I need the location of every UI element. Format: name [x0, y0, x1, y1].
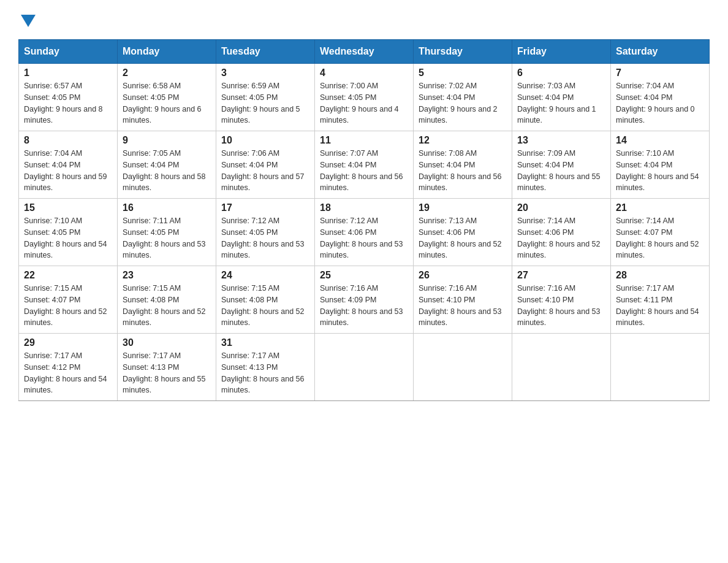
day-info: Sunrise: 7:06 AMSunset: 4:04 PMDaylight:… [221, 148, 309, 194]
day-info: Sunrise: 6:58 AMSunset: 4:05 PMDaylight:… [123, 80, 211, 126]
calendar-cell [611, 334, 710, 401]
calendar-cell: 1 Sunrise: 6:57 AMSunset: 4:05 PMDayligh… [19, 64, 118, 131]
day-info: Sunrise: 7:12 AMSunset: 4:05 PMDaylight:… [221, 215, 309, 261]
logo [18, 12, 36, 27]
day-info: Sunrise: 6:57 AMSunset: 4:05 PMDaylight:… [24, 80, 112, 126]
day-info: Sunrise: 7:15 AMSunset: 4:07 PMDaylight:… [24, 283, 112, 329]
calendar-cell: 25 Sunrise: 7:16 AMSunset: 4:09 PMDaylig… [315, 266, 414, 334]
weekday-header-saturday: Saturday [611, 40, 710, 64]
calendar-cell: 29 Sunrise: 7:17 AMSunset: 4:12 PMDaylig… [19, 334, 118, 401]
calendar-week-row: 15 Sunrise: 7:10 AMSunset: 4:05 PMDaylig… [19, 199, 710, 266]
day-number: 24 [221, 270, 309, 281]
calendar-week-row: 29 Sunrise: 7:17 AMSunset: 4:12 PMDaylig… [19, 334, 710, 401]
calendar-cell: 16 Sunrise: 7:11 AMSunset: 4:05 PMDaylig… [118, 199, 216, 266]
day-number: 11 [320, 135, 408, 146]
day-number: 27 [517, 270, 605, 281]
calendar-cell: 6 Sunrise: 7:03 AMSunset: 4:04 PMDayligh… [512, 64, 611, 131]
day-info: Sunrise: 7:03 AMSunset: 4:04 PMDaylight:… [517, 80, 605, 126]
day-info: Sunrise: 6:59 AMSunset: 4:05 PMDaylight:… [221, 80, 309, 126]
day-info: Sunrise: 7:05 AMSunset: 4:04 PMDaylight:… [123, 148, 211, 194]
calendar-cell: 23 Sunrise: 7:15 AMSunset: 4:08 PMDaylig… [118, 266, 216, 334]
calendar-cell: 24 Sunrise: 7:15 AMSunset: 4:08 PMDaylig… [216, 266, 315, 334]
day-info: Sunrise: 7:10 AMSunset: 4:04 PMDaylight:… [616, 148, 704, 194]
calendar-cell: 15 Sunrise: 7:10 AMSunset: 4:05 PMDaylig… [19, 199, 118, 266]
calendar-table: SundayMondayTuesdayWednesdayThursdayFrid… [18, 39, 710, 401]
calendar-cell: 11 Sunrise: 7:07 AMSunset: 4:04 PMDaylig… [315, 131, 414, 199]
day-info: Sunrise: 7:14 AMSunset: 4:06 PMDaylight:… [517, 215, 605, 261]
calendar-cell: 13 Sunrise: 7:09 AMSunset: 4:04 PMDaylig… [512, 131, 611, 199]
day-number: 2 [123, 67, 211, 79]
day-info: Sunrise: 7:04 AMSunset: 4:04 PMDaylight:… [24, 148, 112, 194]
page-header [18, 12, 710, 27]
day-number: 4 [320, 67, 408, 79]
day-info: Sunrise: 7:15 AMSunset: 4:08 PMDaylight:… [221, 283, 309, 329]
weekday-header-sunday: Sunday [19, 40, 118, 64]
day-number: 17 [221, 202, 309, 213]
weekday-header-thursday: Thursday [414, 40, 512, 64]
day-number: 28 [616, 270, 704, 281]
calendar-cell: 7 Sunrise: 7:04 AMSunset: 4:04 PMDayligh… [611, 64, 710, 131]
weekday-header-friday: Friday [512, 40, 611, 64]
day-number: 20 [517, 202, 605, 213]
calendar-cell: 5 Sunrise: 7:02 AMSunset: 4:04 PMDayligh… [414, 64, 512, 131]
calendar-cell: 20 Sunrise: 7:14 AMSunset: 4:06 PMDaylig… [512, 199, 611, 266]
day-number: 7 [616, 67, 704, 79]
day-number: 18 [320, 202, 408, 213]
calendar-cell: 9 Sunrise: 7:05 AMSunset: 4:04 PMDayligh… [118, 131, 216, 199]
day-info: Sunrise: 7:10 AMSunset: 4:05 PMDaylight:… [24, 215, 112, 261]
calendar-cell: 8 Sunrise: 7:04 AMSunset: 4:04 PMDayligh… [19, 131, 118, 199]
day-number: 16 [123, 202, 211, 213]
day-number: 26 [419, 270, 507, 281]
day-number: 22 [24, 270, 112, 281]
calendar-cell [414, 334, 512, 401]
calendar-cell: 22 Sunrise: 7:15 AMSunset: 4:07 PMDaylig… [19, 266, 118, 334]
calendar-week-row: 1 Sunrise: 6:57 AMSunset: 4:05 PMDayligh… [19, 64, 710, 131]
day-info: Sunrise: 7:08 AMSunset: 4:04 PMDaylight:… [419, 148, 507, 194]
day-info: Sunrise: 7:17 AMSunset: 4:12 PMDaylight:… [24, 350, 112, 396]
day-number: 9 [123, 135, 211, 146]
weekday-header-wednesday: Wednesday [315, 40, 414, 64]
calendar-week-row: 8 Sunrise: 7:04 AMSunset: 4:04 PMDayligh… [19, 131, 710, 199]
day-number: 5 [419, 67, 507, 79]
calendar-cell: 14 Sunrise: 7:10 AMSunset: 4:04 PMDaylig… [611, 131, 710, 199]
day-number: 8 [24, 135, 112, 146]
day-number: 3 [221, 67, 309, 79]
calendar-cell: 10 Sunrise: 7:06 AMSunset: 4:04 PMDaylig… [216, 131, 315, 199]
calendar-cell: 26 Sunrise: 7:16 AMSunset: 4:10 PMDaylig… [414, 266, 512, 334]
day-info: Sunrise: 7:13 AMSunset: 4:06 PMDaylight:… [419, 215, 507, 261]
day-number: 21 [616, 202, 704, 213]
day-number: 30 [123, 337, 211, 348]
day-info: Sunrise: 7:02 AMSunset: 4:04 PMDaylight:… [419, 80, 507, 126]
logo-triangle-icon [21, 15, 36, 27]
calendar-week-row: 22 Sunrise: 7:15 AMSunset: 4:07 PMDaylig… [19, 266, 710, 334]
calendar-cell: 31 Sunrise: 7:17 AMSunset: 4:13 PMDaylig… [216, 334, 315, 401]
day-number: 12 [419, 135, 507, 146]
calendar-cell: 3 Sunrise: 6:59 AMSunset: 4:05 PMDayligh… [216, 64, 315, 131]
day-info: Sunrise: 7:12 AMSunset: 4:06 PMDaylight:… [320, 215, 408, 261]
calendar-cell: 30 Sunrise: 7:17 AMSunset: 4:13 PMDaylig… [118, 334, 216, 401]
weekday-header-row: SundayMondayTuesdayWednesdayThursdayFrid… [19, 40, 710, 64]
day-info: Sunrise: 7:17 AMSunset: 4:11 PMDaylight:… [616, 283, 704, 329]
day-number: 19 [419, 202, 507, 213]
day-number: 14 [616, 135, 704, 146]
day-number: 29 [24, 337, 112, 348]
weekday-header-monday: Monday [118, 40, 216, 64]
calendar-cell: 4 Sunrise: 7:00 AMSunset: 4:05 PMDayligh… [315, 64, 414, 131]
calendar-cell: 27 Sunrise: 7:16 AMSunset: 4:10 PMDaylig… [512, 266, 611, 334]
day-number: 25 [320, 270, 408, 281]
calendar-cell: 18 Sunrise: 7:12 AMSunset: 4:06 PMDaylig… [315, 199, 414, 266]
day-number: 10 [221, 135, 309, 146]
day-info: Sunrise: 7:09 AMSunset: 4:04 PMDaylight:… [517, 148, 605, 194]
day-number: 13 [517, 135, 605, 146]
day-info: Sunrise: 7:14 AMSunset: 4:07 PMDaylight:… [616, 215, 704, 261]
calendar-cell: 21 Sunrise: 7:14 AMSunset: 4:07 PMDaylig… [611, 199, 710, 266]
calendar-cell: 28 Sunrise: 7:17 AMSunset: 4:11 PMDaylig… [611, 266, 710, 334]
day-number: 23 [123, 270, 211, 281]
day-info: Sunrise: 7:04 AMSunset: 4:04 PMDaylight:… [616, 80, 704, 126]
day-info: Sunrise: 7:17 AMSunset: 4:13 PMDaylight:… [123, 350, 211, 396]
day-number: 15 [24, 202, 112, 213]
calendar-cell [315, 334, 414, 401]
day-number: 6 [517, 67, 605, 79]
day-info: Sunrise: 7:17 AMSunset: 4:13 PMDaylight:… [221, 350, 309, 396]
day-number: 1 [24, 67, 112, 79]
